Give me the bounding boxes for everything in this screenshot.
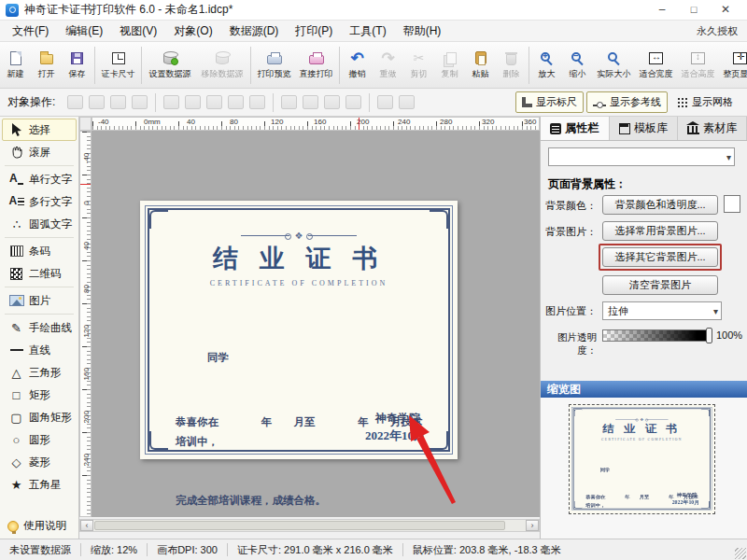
bg-color-swatch[interactable] [724, 195, 740, 213]
menu-view[interactable]: 视图(V) [111, 23, 165, 39]
tool-freehand-curve[interactable]: 手绘曲线 [2, 316, 77, 339]
tool-arc-text[interactable]: 圆弧文字 [2, 213, 77, 235]
copy-button: 复制 [434, 44, 465, 87]
tool-scroll[interactable]: 滚屏 [2, 141, 77, 163]
status-datasource: 未设置数据源 [0, 543, 80, 557]
paste-button[interactable]: 粘贴 [465, 44, 496, 87]
thumbnail-certificate: 结 业 证 书 CERTIFICATE OF COMPLETION 同学 恭喜你… [570, 405, 714, 512]
print-preview-button[interactable]: 打印预览 [253, 44, 295, 87]
separator [94, 47, 95, 84]
align-left-icon [163, 95, 179, 109]
opacity-slider[interactable] [602, 329, 711, 342]
horizontal-scrollbar[interactable]: ‹ › [79, 519, 540, 532]
fit-page-button[interactable]: 整页显示 [719, 44, 747, 87]
tool-panel: 选择 滚屏 单行文字 多行文字 圆弧文字 条码 二维码 图片 手绘曲线 直线 三… [0, 117, 79, 539]
design-canvas[interactable]: 结 业 证 书 CERTIFICATE OF COMPLETION 同学 恭喜你… [92, 131, 540, 517]
zoom-in-icon [541, 52, 550, 62]
actual-size-icon [608, 52, 617, 62]
slider-handle[interactable] [706, 328, 712, 343]
tab-material-library[interactable]: 素材库 [678, 117, 747, 140]
guide-line-icon [593, 99, 606, 106]
tool-multi-line-text[interactable]: 多行文字 [2, 190, 77, 213]
minimize-button[interactable] [646, 1, 678, 20]
scrollbar-thumb[interactable] [94, 521, 505, 530]
barcode-icon [10, 245, 23, 257]
show-guides-toggle[interactable]: 显示参考线 [586, 91, 668, 113]
status-card-size: 证卡尺寸: 291.0 毫米 x 216.0 毫米 [228, 543, 402, 557]
show-grid-toggle[interactable]: 显示网格 [670, 91, 740, 113]
remove-datasource-button: 移除数据源 [196, 44, 248, 87]
diamond-icon [8, 455, 24, 469]
horizontal-ruler: -40 0mm 40 80 120 160 200 240 280 320 36… [92, 117, 540, 131]
thumbnail-header: 缩览图 [540, 381, 747, 398]
open-button[interactable]: 打开 [31, 44, 62, 87]
menu-tools[interactable]: 工具(T) [341, 23, 394, 39]
corner-ornament [149, 431, 168, 450]
zoom-in-button[interactable]: 放大 [531, 44, 562, 87]
tool-diamond[interactable]: 菱形 [2, 451, 77, 473]
menu-help[interactable]: 帮助(H) [395, 23, 450, 39]
grid-icon [677, 97, 688, 108]
fit-width-button[interactable]: 适合宽度 [635, 44, 677, 87]
image-position-label: 图片位置： [543, 304, 597, 318]
menu-print[interactable]: 打印(P) [287, 23, 341, 39]
tool-circle[interactable]: 圆形 [2, 428, 77, 451]
move-down-layer-icon [132, 95, 148, 109]
scroll-left-icon[interactable]: ‹ [80, 520, 93, 531]
bg-image-label: 背景图片： [543, 225, 597, 239]
certificate-page[interactable]: 结 业 证 书 CERTIFICATE OF COMPLETION 同学 恭喜你… [140, 201, 458, 459]
group-icon [377, 95, 393, 109]
certificate-subtitle: CERTIFICATE OF COMPLETION [140, 279, 458, 287]
cut-button: 剪切 [403, 44, 434, 87]
window-title: 神奇证卡证书打印软件 6.0 - 未命名1.idcp* [24, 2, 233, 18]
fit-page-icon [733, 52, 747, 64]
bg-color-button[interactable]: 背景颜色和透明度... [602, 195, 718, 215]
tab-properties[interactable]: 属性栏 [541, 117, 610, 140]
actual-size-button[interactable]: 实际大小 [593, 44, 635, 87]
direct-print-button[interactable]: 直接打印 [295, 44, 337, 87]
choose-common-bg-button[interactable]: 选择常用背景图片... [602, 221, 718, 241]
zoom-out-button[interactable]: 缩小 [562, 44, 593, 87]
separator [5, 287, 74, 287]
tool-barcode[interactable]: 条码 [2, 240, 77, 262]
menu-object[interactable]: 对象(O) [165, 23, 220, 39]
tool-select[interactable]: 选择 [2, 119, 77, 141]
tool-single-line-text[interactable]: 单行文字 [2, 168, 77, 190]
menu-datasource[interactable]: 数据源(D) [221, 23, 288, 39]
fit-width-icon [649, 52, 663, 64]
app-icon [6, 4, 19, 17]
print-preview-icon [267, 55, 282, 64]
tool-image[interactable]: 图片 [2, 289, 77, 312]
object-toolbar-label: 对象操作: [7, 94, 55, 110]
show-ruler-toggle[interactable]: 显示标尺 [515, 91, 584, 113]
menu-edit[interactable]: 编辑(E) [57, 23, 111, 39]
scroll-right-icon[interactable]: › [526, 520, 539, 531]
single-line-text-icon [9, 173, 23, 186]
help-button[interactable]: 使用说明 [0, 519, 79, 533]
tool-triangle[interactable]: 三角形 [2, 361, 77, 384]
set-datasource-button[interactable]: 设置数据源 [144, 44, 196, 87]
separator [250, 47, 251, 84]
clear-bg-button[interactable]: 清空背景图片 [602, 275, 718, 295]
resize-grip[interactable] [735, 548, 746, 559]
tool-qrcode[interactable]: 二维码 [2, 262, 77, 285]
tab-template-library[interactable]: 模板库 [610, 117, 679, 140]
object-selector-dropdown[interactable]: ▾ [548, 147, 735, 166]
new-button[interactable]: 新建 [0, 44, 31, 87]
image-position-dropdown[interactable]: 拉伸▾ [602, 301, 722, 320]
choose-other-bg-button[interactable]: 选择其它背景图片... [602, 247, 718, 267]
status-mouse-position: 鼠标位置: 203.8 毫米, -18.3 毫米 [403, 543, 571, 557]
redo-button: 重做 [373, 44, 403, 87]
tool-line[interactable]: 直线 [2, 339, 77, 361]
same-width-icon [228, 95, 244, 109]
tool-rectangle[interactable]: 矩形 [2, 384, 77, 406]
tool-rounded-rectangle[interactable]: 圆角矩形 [2, 406, 77, 428]
card-size-button[interactable]: 证卡尺寸 [97, 44, 139, 87]
menu-file[interactable]: 文件(F) [4, 23, 57, 39]
tool-star[interactable]: 五角星 [2, 473, 77, 496]
undo-button[interactable]: 撤销 [342, 44, 373, 87]
close-button[interactable] [710, 1, 741, 20]
maximize-button[interactable] [678, 1, 710, 20]
save-button[interactable]: 保存 [62, 44, 92, 87]
separator [273, 93, 274, 112]
